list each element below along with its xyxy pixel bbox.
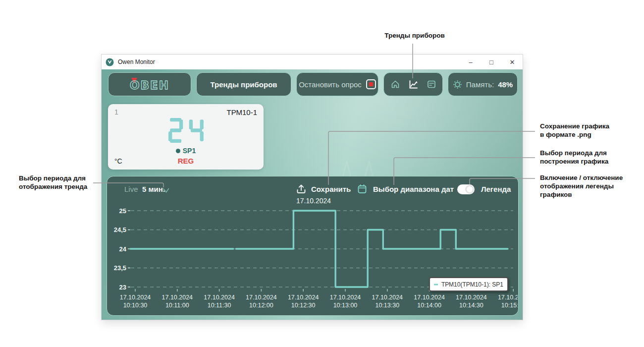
title-bar: Owen Monitor – □ ✕ <box>102 55 523 69</box>
setpoint-label: SP1 <box>183 147 196 155</box>
device-card[interactable]: 1 ТРМ10-1 SP1 °C REG <box>108 104 264 170</box>
window-title: Owen Monitor <box>118 58 155 65</box>
svg-text:25: 25 <box>119 207 126 215</box>
archive-device-icon[interactable] <box>427 79 436 89</box>
svg-text:23,5: 23,5 <box>114 264 126 272</box>
setpoint-dot-icon <box>176 149 180 153</box>
calendar-icon[interactable] <box>357 184 367 194</box>
svg-text:24,5: 24,5 <box>114 226 126 233</box>
callout-period-trend: Выбор периода для отображения тренда <box>19 174 87 191</box>
chart-legend: ТРМ10(ТРМ10-1): SP1 <box>429 277 508 291</box>
callout-legend-toggle: Включение / отключение отображения леген… <box>540 174 623 199</box>
legend-entry: ТРМ10(ТРМ10-1): SP1 <box>441 281 503 288</box>
callout-period-chart: Выбор периода для построения графика <box>540 149 608 166</box>
save-button[interactable]: Сохранить <box>311 185 351 193</box>
svg-text:17.10.202410:15:00: 17.10.202410:15:00 <box>498 294 518 309</box>
svg-text:17.10.202410:11:30: 17.10.202410:11:30 <box>204 294 235 309</box>
window-body: ОВЕН Тренды приборов Остановить опрос <box>102 69 523 320</box>
save-upload-icon[interactable] <box>296 184 306 194</box>
device-index: 1 <box>114 108 118 116</box>
callout-trends: Тренды приборов <box>382 31 447 40</box>
close-button[interactable]: ✕ <box>502 55 523 69</box>
device-model: ТРМ10-1 <box>226 108 257 116</box>
owen-app-icon <box>106 58 114 66</box>
minimize-button[interactable]: – <box>460 55 481 69</box>
svg-text:24: 24 <box>119 245 127 253</box>
chevron-down-icon[interactable] <box>162 188 169 193</box>
device-status: REG <box>108 157 264 165</box>
svg-text:17.10.202410:11:00: 17.10.202410:11:00 <box>162 294 193 309</box>
owen-logo-button[interactable]: ОВЕН <box>108 72 191 96</box>
home-icon[interactable] <box>390 79 400 89</box>
stop-polling-label: Остановить опрос <box>299 80 362 89</box>
memory-value: 48% <box>498 80 513 89</box>
trends-button[interactable]: Тренды приборов <box>196 72 291 96</box>
trend-chart-icon[interactable] <box>408 79 419 90</box>
svg-text:17.10.202410:14:30: 17.10.202410:14:30 <box>456 294 487 309</box>
stop-icon <box>366 79 376 89</box>
legend-toggle-knob <box>465 185 474 194</box>
svg-text:17.10.202410:13:00: 17.10.202410:13:00 <box>330 294 361 309</box>
svg-text:17.10.202410:10:30: 17.10.202410:10:30 <box>120 294 151 309</box>
svg-text:ОВЕН: ОВЕН <box>130 79 169 92</box>
view-switch-group <box>383 72 443 96</box>
svg-text:17.10.202410:14:00: 17.10.202410:14:00 <box>414 294 445 309</box>
svg-text:17.10.202410:12:00: 17.10.202410:12:00 <box>246 294 277 309</box>
owen-logo: ОВЕН <box>119 76 180 92</box>
legend-toggle[interactable] <box>457 184 475 194</box>
trend-chart-panel: 2524,52423,52317.10.202410:10:3017.10.20… <box>107 176 519 316</box>
stop-polling-button[interactable]: Остановить опрос <box>296 72 378 96</box>
maximize-button[interactable]: □ <box>481 55 502 69</box>
memory-button[interactable]: Память: 48% <box>448 72 518 96</box>
memory-label: Память: <box>466 80 494 89</box>
svg-text:23: 23 <box>119 284 126 291</box>
date-range-button[interactable]: Выбор диапазона дат <box>373 185 454 193</box>
seven-segment-value <box>168 118 204 143</box>
app-window: Owen Monitor – □ ✕ ОВЕН Тренды приборов … <box>102 55 523 320</box>
legend-toggle-label: Легенда <box>481 185 511 193</box>
save-date: 17.10.2024 <box>296 197 331 205</box>
svg-text:17.10.202410:13:30: 17.10.202410:13:30 <box>372 294 403 309</box>
period-dropdown[interactable]: 5 мин. <box>142 185 165 193</box>
legend-line-swatch <box>434 283 438 286</box>
gear-icon <box>453 80 462 89</box>
callout-save-png: Сохранение графика в формате .png <box>540 122 609 139</box>
setpoint-row: SP1 <box>108 147 264 155</box>
device-value-display <box>108 118 264 145</box>
trends-button-label: Тренды приборов <box>210 80 277 89</box>
svg-text:17.10.202410:12:30: 17.10.202410:12:30 <box>288 294 319 309</box>
live-label[interactable]: Live <box>124 185 138 193</box>
